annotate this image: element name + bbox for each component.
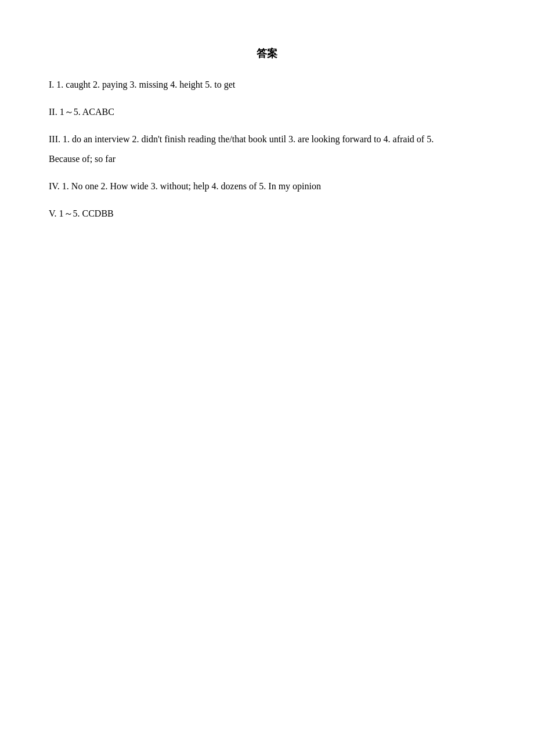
section-III: III. 1. do an interview 2. didn't finish… xyxy=(49,131,485,168)
section-III-label: III. xyxy=(49,134,60,144)
section-II-text: 1～5. ACABC xyxy=(60,107,114,117)
section-IV: IV. 1. No one 2. How wide 3. without; he… xyxy=(49,178,485,195)
section-III-line1: III. 1. do an interview 2. didn't finish… xyxy=(49,131,485,148)
section-IV-label: IV. xyxy=(49,181,60,191)
section-I-content: I. 1. caught 2. paying 3. missing 4. hei… xyxy=(49,77,485,93)
section-IV-text: 1. No one 2. How wide 3. without; help 4… xyxy=(62,181,321,191)
section-V-content: V. 1～5. CCDBB xyxy=(49,206,485,222)
section-II-content: II. 1～5. ACABC xyxy=(49,104,485,121)
section-I: I. 1. caught 2. paying 3. missing 4. hei… xyxy=(49,77,485,93)
section-III-line2: Because of; so far xyxy=(49,151,485,168)
section-III-text-line2: Because of; so far xyxy=(49,154,116,164)
section-II: II. 1～5. ACABC xyxy=(49,104,485,121)
section-V-text: 1～5. CCDBB xyxy=(59,208,114,218)
page-container: 答案 I. 1. caught 2. paying 3. missing 4. … xyxy=(49,46,485,222)
section-I-text: 1. caught 2. paying 3. missing 4. height… xyxy=(56,80,235,89)
section-I-label: I. xyxy=(49,80,54,89)
section-IV-content: IV. 1. No one 2. How wide 3. without; he… xyxy=(49,178,485,195)
section-V-label: V. xyxy=(49,208,57,218)
section-II-label: II. xyxy=(49,107,57,117)
section-V: V. 1～5. CCDBB xyxy=(49,206,485,222)
section-III-text-line1: 1. do an interview 2. didn't finish read… xyxy=(63,134,434,144)
page-title: 答案 xyxy=(49,46,485,60)
